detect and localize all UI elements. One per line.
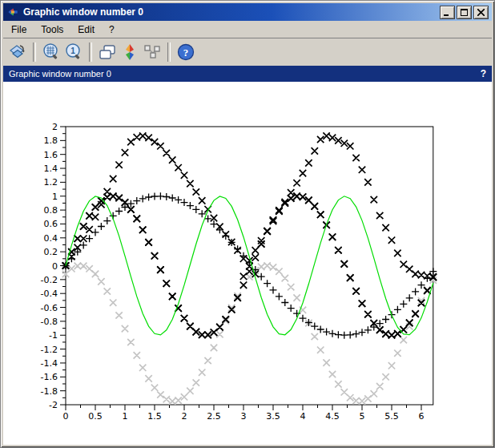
menu-item-edit[interactable]: Edit — [71, 22, 101, 37]
help-icon: ? — [176, 42, 195, 62]
close-button[interactable] — [473, 6, 489, 19]
svg-text:2: 2 — [52, 122, 58, 132]
svg-text:1.5: 1.5 — [147, 411, 162, 422]
help-button[interactable]: ? — [175, 41, 197, 63]
svg-text:1: 1 — [123, 411, 128, 422]
svg-text:1: 1 — [70, 46, 75, 55]
svg-text:5: 5 — [360, 411, 365, 422]
rotate-button[interactable] — [6, 41, 29, 63]
figures-button[interactable] — [96, 41, 119, 63]
menu-bar: File Tools Edit ? — [3, 21, 492, 38]
rotate-icon — [8, 42, 27, 62]
svg-text:3.5: 3.5 — [266, 411, 280, 422]
svg-text:-0.2: -0.2 — [41, 275, 58, 285]
svg-text:5.5: 5.5 — [384, 411, 399, 422]
maximize-icon — [461, 9, 468, 16]
scilab-graphic-window: Graphic window number 0 File Tools Edit … — [0, 0, 495, 448]
svg-text:-0.6: -0.6 — [41, 303, 58, 313]
svg-text:6: 6 — [419, 411, 425, 422]
svg-text:-0.4: -0.4 — [41, 289, 58, 299]
figures-icon — [98, 42, 117, 62]
svg-text:-2: -2 — [49, 400, 58, 410]
svg-text:0: 0 — [63, 411, 69, 422]
svg-text:1.6: 1.6 — [44, 150, 58, 160]
toolbar-separator — [89, 42, 92, 62]
scilab-logo-icon — [6, 6, 19, 18]
info-bar: Graphic window number 0 ? — [3, 66, 492, 82]
menu-item-file[interactable]: File — [5, 22, 33, 37]
svg-text:-1.8: -1.8 — [41, 386, 58, 397]
svg-text:0.6: 0.6 — [44, 219, 58, 229]
window-title: Graphic window number 0 — [23, 6, 438, 18]
svg-text:-1.4: -1.4 — [41, 358, 58, 369]
svg-text:1.8: 1.8 — [44, 135, 58, 146]
maximize-button[interactable] — [457, 6, 472, 19]
zoom-original-icon: 1 — [64, 42, 83, 62]
plot-canvas[interactable]: 00.511.522.533.544.555.5621.81.61.41.210… — [3, 82, 492, 445]
svg-text:-1: -1 — [49, 330, 58, 341]
menu-item-tools[interactable]: Tools — [34, 22, 70, 37]
svg-text:-0.8: -0.8 — [41, 317, 58, 327]
svg-text:1.4: 1.4 — [44, 163, 58, 174]
svg-text:1: 1 — [52, 192, 58, 202]
info-bar-title: Graphic window number 0 — [9, 69, 481, 79]
svg-text:2.5: 2.5 — [207, 411, 221, 422]
chart-svg[interactable]: 00.511.522.533.544.555.5621.81.61.41.210… — [3, 82, 492, 445]
svg-text:1.2: 1.2 — [44, 177, 58, 188]
datatips-icon — [143, 42, 162, 62]
close-icon — [477, 9, 485, 16]
svg-text:?: ? — [183, 46, 189, 59]
svg-text:0.2: 0.2 — [44, 247, 58, 257]
graphics-editor-button[interactable] — [119, 41, 141, 63]
svg-text:0.5: 0.5 — [88, 411, 103, 422]
svg-text:-1.2: -1.2 — [41, 345, 58, 355]
zoom-area-button[interactable] — [40, 41, 62, 63]
svg-text:2: 2 — [182, 411, 187, 422]
menu-item-help[interactable]: ? — [103, 22, 121, 37]
svg-text:0.8: 0.8 — [44, 205, 58, 216]
svg-text:4: 4 — [300, 411, 306, 422]
toolbar-separator — [33, 42, 36, 62]
svg-text:3: 3 — [241, 411, 247, 422]
info-help-badge[interactable]: ? — [481, 68, 486, 79]
zoom-area-icon — [42, 42, 61, 62]
toolbar: 1 — [3, 38, 492, 66]
title-bar: Graphic window number 0 — [3, 3, 492, 21]
series-gray-squared-sine — [62, 262, 437, 405]
svg-text:0: 0 — [52, 261, 58, 272]
toolbar-separator — [167, 42, 171, 62]
minimize-icon — [444, 9, 451, 16]
svg-text:-1.6: -1.6 — [41, 372, 58, 382]
svg-text:4.5: 4.5 — [325, 411, 340, 422]
minimize-button[interactable] — [440, 6, 455, 19]
graphics-editor-icon — [120, 42, 139, 62]
datatips-button[interactable] — [141, 41, 163, 63]
svg-text:0.4: 0.4 — [44, 233, 58, 244]
zoom-original-button[interactable]: 1 — [62, 41, 85, 63]
